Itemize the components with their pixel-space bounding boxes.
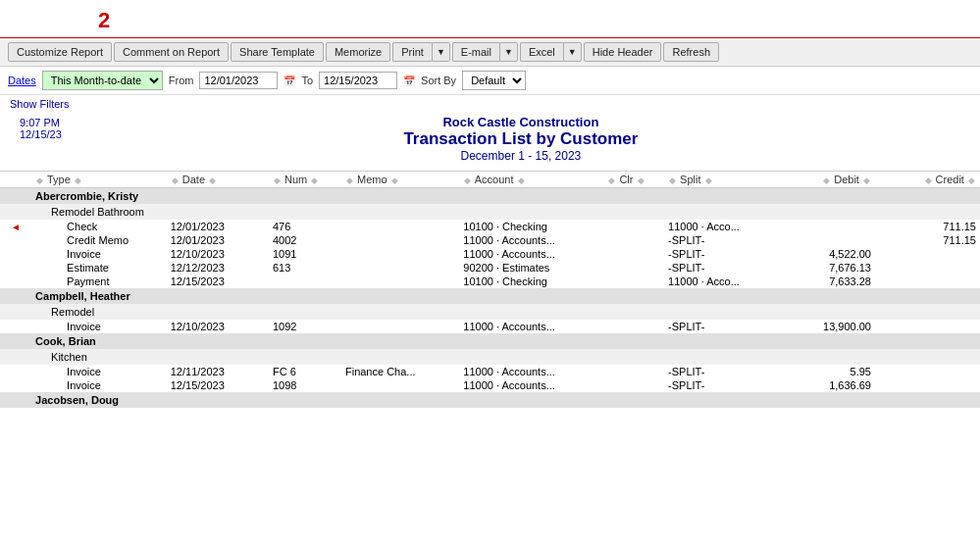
row-clr [603,247,664,261]
to-calendar-icon[interactable]: 📅 [403,75,415,86]
row-credit: 711.15 [875,233,980,247]
refresh-button[interactable]: Refresh [663,42,719,62]
report-subtitle: December 1 - 15, 2023 [72,149,970,163]
row-arrow [0,378,31,392]
row-memo [341,275,459,288]
customer-row: Jacobsen, Doug [0,392,980,408]
row-arrow [0,247,31,261]
table-row[interactable]: Credit Memo 12/01/2023 4002 11000 · Acco… [0,233,980,247]
to-date-input[interactable] [319,72,397,89]
row-num: 1098 [269,378,341,392]
report-company: Rock Castle Construction [72,115,970,129]
row-date: 12/01/2023 [167,233,269,247]
subgroup-name: Kitchen [31,349,980,365]
row-split: -SPLIT- [664,247,770,261]
row-num: 4002 [269,233,341,247]
row-arrow: ◄ [0,220,31,233]
table-row[interactable]: Invoice 12/15/2023 1098 11000 · Accounts… [0,378,980,392]
row-num: FC 6 [269,365,341,378]
dates-label[interactable]: Dates [8,75,36,86]
row-credit [875,320,980,333]
table-row[interactable]: ◄ Check 12/01/2023 476 10100 · Checking … [0,220,980,233]
row-arrow [0,275,31,288]
row-memo [341,247,459,261]
row-type: Credit Memo [31,233,167,247]
show-filters-link[interactable]: Show Filters [10,98,70,110]
row-date: 12/10/2023 [167,247,269,261]
row-memo [341,320,459,333]
subgroup-row: Kitchen [0,349,980,365]
row-debit: 4,522.00 [770,247,875,261]
customize-report-button[interactable]: Customize Report [8,42,112,62]
row-split: -SPLIT- [664,365,770,378]
report-time: 9:07 PM [20,117,60,128]
table-row[interactable]: Payment 12/15/2023 10100 · Checking 1100… [0,275,980,288]
row-debit: 7,633.28 [770,275,875,288]
row-account: 11000 · Accounts... [459,378,603,392]
row-account: 11000 · Accounts... [459,365,603,378]
memorize-button[interactable]: Memorize [326,42,390,62]
show-filters-area: Show Filters [0,95,980,113]
sort-by-select[interactable]: Default [462,71,526,90]
row-account: 10100 · Checking [459,275,603,288]
row-credit [875,365,980,378]
table-row[interactable]: Invoice 12/11/2023 FC 6 Finance Cha... 1… [0,365,980,378]
row-num: 613 [269,261,341,275]
from-date-input[interactable] [199,72,278,89]
row-type: Invoice [31,320,167,333]
sort-by-label: Sort By [421,75,456,86]
subgroup-row: Remodel [0,304,980,320]
subgroup-name: Remodel [31,304,980,320]
col-clr-header: ◆ Clr ◆ [603,172,664,188]
row-debit [770,220,875,233]
row-arrow [0,365,31,378]
report-table: ◆ Type ◆ ◆ Date ◆ ◆ Num ◆ ◆ Memo ◆ ◆ Acc… [0,171,980,408]
print-arrow-button[interactable]: ▼ [432,42,450,62]
row-memo [341,220,459,233]
row-debit: 13,900.00 [770,320,875,333]
row-debit [770,233,875,247]
hide-header-button[interactable]: Hide Header [584,42,662,62]
excel-button[interactable]: Excel [520,42,563,62]
share-template-button[interactable]: Share Template [231,42,324,62]
col-date-header: ◆ Date ◆ [167,172,269,188]
filter-bar: Dates This Month-to-date From 📅 To 📅 Sor… [0,67,980,95]
row-num [269,275,341,288]
report-title-area: Rock Castle Construction Transaction Lis… [72,113,970,165]
row-date: 12/01/2023 [167,220,269,233]
customer-row: Abercrombie, Kristy [0,188,980,205]
customer-row: Cook, Brian [0,333,980,349]
row-clr [603,220,664,233]
col-credit-header: ◆ Credit ◆ [875,172,980,188]
row-arrow [0,261,31,275]
toolbar: Customize Report Comment on Report Share… [0,38,980,67]
comment-on-report-button[interactable]: Comment on Report [114,42,229,62]
table-row[interactable]: Invoice 12/10/2023 1092 11000 · Accounts… [0,320,980,333]
table-row[interactable]: Invoice 12/10/2023 1091 11000 · Accounts… [0,247,980,261]
row-type: Invoice [31,247,167,261]
col-debit-header: ◆ Debit ◆ [770,172,875,188]
email-arrow-button[interactable]: ▼ [499,42,518,62]
from-label: From [169,75,194,86]
row-account: 10100 · Checking [459,220,603,233]
row-arrow [0,233,31,247]
col-memo-header: ◆ Memo ◆ [341,172,459,188]
col-arrow-header [0,172,31,188]
from-calendar-icon[interactable]: 📅 [284,75,295,86]
row-debit: 7,676.13 [770,261,875,275]
subgroup-row: Remodel Bathroom [0,204,980,220]
row-credit [875,275,980,288]
row-clr [603,365,664,378]
table-row[interactable]: Estimate 12/12/2023 613 90200 · Estimate… [0,261,980,275]
excel-arrow-button[interactable]: ▼ [563,42,582,62]
dates-select[interactable]: This Month-to-date [42,71,163,90]
row-date: 12/15/2023 [167,378,269,392]
page-number: 2 [0,0,980,38]
row-date: 12/11/2023 [167,365,269,378]
row-memo [341,233,459,247]
row-clr [603,378,664,392]
row-account: 90200 · Estimates [459,261,603,275]
row-date: 12/15/2023 [167,275,269,288]
email-button[interactable]: E-mail [452,42,499,62]
print-button[interactable]: Print [392,42,432,62]
